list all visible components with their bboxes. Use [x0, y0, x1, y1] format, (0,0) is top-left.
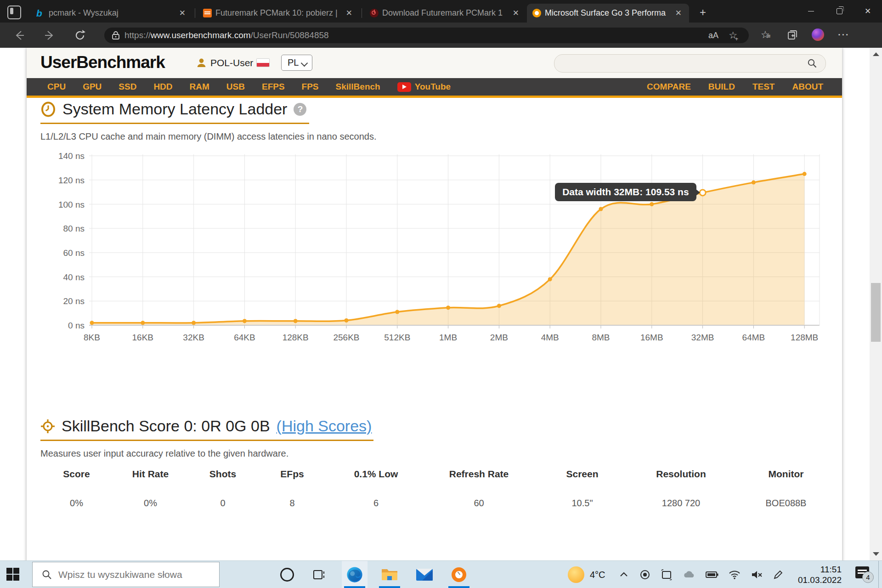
tab-actions-button[interactable] — [7, 6, 21, 19]
nav-hdd[interactable]: HDD — [153, 82, 172, 92]
wifi-icon[interactable] — [729, 570, 741, 580]
search-icon — [42, 570, 52, 580]
tab-download-futuremark[interactable]: Download Futuremark PCMark 1 ✕ — [364, 4, 526, 23]
close-button[interactable]: ✕ — [854, 0, 882, 23]
nav-ssd[interactable]: SSD — [119, 82, 136, 92]
svg-text:8KB: 8KB — [84, 333, 100, 342]
val-resolution: 1280 720 — [632, 498, 730, 509]
time: 11:51 — [798, 564, 842, 575]
tab-close-icon[interactable]: ✕ — [177, 8, 187, 18]
favorites-icon[interactable]: ☆≡ — [761, 29, 773, 41]
collections-icon[interactable] — [787, 29, 798, 40]
val-efps: 8 — [257, 498, 327, 509]
nav-build[interactable]: BUILD — [708, 82, 735, 92]
record-icon[interactable] — [639, 569, 650, 580]
forward-icon[interactable] — [43, 29, 56, 42]
username: POL-User — [210, 57, 253, 68]
nav-cpu[interactable]: CPU — [47, 82, 66, 92]
user-icon — [196, 57, 207, 68]
tab-userbenchmark-active[interactable]: Microsoft Surface Go 3 Performa ✕ — [527, 4, 689, 23]
skillbench-table: Score Hit Rate Shots EFps 0.1% Low Refre… — [40, 469, 842, 509]
tray-expand-icon[interactable] — [618, 569, 629, 580]
back-icon[interactable] — [13, 29, 26, 42]
url-text: https://www.userbenchmark.com/UserRun/50… — [124, 30, 329, 40]
tab-close-icon[interactable]: ✕ — [344, 8, 354, 18]
translate-icon[interactable]: aA — [708, 31, 718, 40]
refresh-icon[interactable] — [74, 29, 86, 42]
svg-text:32MB: 32MB — [691, 333, 714, 342]
show-desktop-button[interactable] — [878, 561, 882, 588]
col-hit-rate: Hit Rate — [113, 469, 188, 480]
windows-taskbar: 4°C 11:51 01.03.2022 4 — [0, 560, 882, 588]
pen-icon[interactable] — [773, 569, 784, 580]
bing-icon: b — [36, 9, 45, 17]
crosshair-icon — [40, 419, 55, 434]
browser-toolbar: https://www.userbenchmark.com/UserRun/50… — [0, 23, 882, 48]
temperature: 4°C — [590, 570, 605, 580]
col-refresh-rate: Refresh Rate — [425, 469, 533, 480]
nav-ram[interactable]: RAM — [190, 82, 209, 92]
cortana-icon — [280, 568, 294, 582]
volume-muted-icon[interactable] — [751, 570, 763, 580]
tab-close-icon[interactable]: ✕ — [511, 8, 521, 18]
svg-text:140 ns: 140 ns — [58, 151, 85, 161]
nav-test[interactable]: TEST — [752, 82, 775, 92]
tab-close-icon[interactable]: ✕ — [673, 8, 684, 18]
cortana-button[interactable] — [274, 561, 300, 588]
taskbar-search-input[interactable] — [57, 569, 211, 581]
userbenchmark-app-button[interactable] — [446, 561, 472, 588]
scroll-up-icon[interactable] — [873, 52, 879, 56]
address-bar[interactable]: https://www.userbenchmark.com/UserRun/50… — [104, 28, 749, 43]
action-center-button[interactable]: 4 — [855, 566, 871, 580]
taskbar-search[interactable] — [32, 562, 220, 587]
page-scrollbar[interactable] — [870, 48, 882, 560]
svg-text:16KB: 16KB — [132, 333, 153, 342]
edge-icon — [346, 566, 363, 583]
mail-button[interactable] — [412, 561, 437, 588]
pcmark-icon — [370, 9, 379, 17]
tab-pcmark-download[interactable]: Futuremark PCMark 10: pobierz | ✕ — [198, 4, 360, 23]
add-favorite-icon[interactable]: ☆+ — [729, 30, 741, 40]
tablet-mode-icon[interactable] — [661, 569, 673, 580]
high-scores-link[interactable]: (High Scores) — [277, 417, 372, 435]
tab-title: Microsoft Surface Go 3 Performa — [545, 8, 670, 18]
nav-compare[interactable]: COMPARE — [647, 82, 691, 92]
tab-strip: b pcmark - Wyszukaj ✕ Futuremark PCMark … — [0, 0, 882, 23]
tab-separator — [195, 8, 195, 18]
nav-efps[interactable]: EFPS — [262, 82, 285, 92]
tab-title: Futuremark PCMark 10: pobierz | — [215, 8, 340, 18]
new-tab-button[interactable]: + — [696, 6, 709, 19]
file-explorer-button[interactable] — [377, 561, 402, 588]
clock[interactable]: 11:51 01.03.2022 — [798, 564, 842, 585]
language-select[interactable]: PL — [281, 55, 312, 71]
poland-flag-icon — [256, 58, 270, 67]
weather-widget[interactable]: 4°C — [568, 566, 605, 583]
restore-button[interactable] — [825, 0, 854, 23]
youtube-label[interactable]: YouTube — [415, 82, 451, 92]
user-block[interactable]: POL-User — [196, 57, 270, 68]
nav-gpu[interactable]: GPU — [83, 82, 102, 92]
nav-skillbench[interactable]: SkillBench — [336, 82, 380, 92]
minimize-button[interactable] — [797, 0, 825, 23]
battery-icon[interactable] — [706, 571, 718, 579]
svg-text:64KB: 64KB — [234, 333, 255, 342]
site-logo[interactable]: UserBenchmark — [40, 53, 165, 72]
help-icon[interactable]: ? — [294, 103, 306, 116]
chart-tooltip: Data width 32MB: 109.53 ns — [555, 183, 696, 201]
nav-usb[interactable]: USB — [226, 82, 245, 92]
scrollbar-thumb[interactable] — [871, 283, 881, 342]
scroll-down-icon[interactable] — [873, 552, 879, 556]
svg-text:512KB: 512KB — [384, 333, 410, 342]
onedrive-icon[interactable] — [683, 570, 695, 579]
edge-taskbar-button[interactable] — [342, 561, 368, 588]
settings-menu-icon[interactable]: ··· — [838, 30, 849, 40]
nav-about[interactable]: ABOUT — [792, 82, 823, 92]
profile-avatar[interactable] — [812, 28, 824, 41]
nav-youtube[interactable]: YouTube — [397, 82, 451, 92]
task-view-button[interactable] — [306, 561, 332, 588]
tab-bing-search[interactable]: b pcmark - Wyszukaj ✕ — [31, 4, 193, 23]
val-shots: 0 — [188, 498, 257, 509]
nav-fps[interactable]: FPS — [302, 82, 319, 92]
start-button[interactable] — [6, 568, 20, 582]
site-search-input[interactable] — [554, 54, 826, 73]
